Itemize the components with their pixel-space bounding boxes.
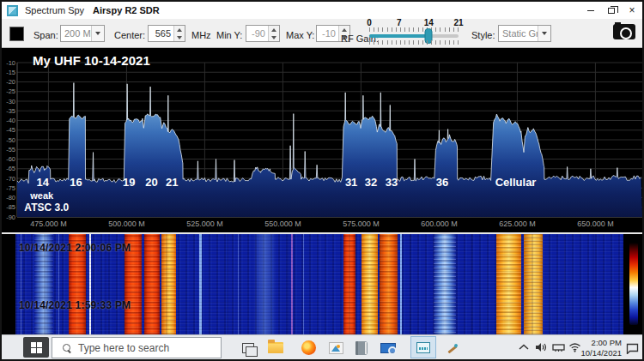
photos-icon [329, 342, 343, 354]
svg-text:19: 19 [123, 176, 135, 189]
mhz-label: MHz [191, 30, 211, 40]
file-explorer-icon [268, 342, 283, 353]
windows-logo-icon [31, 342, 42, 353]
svg-text:600.000 M: 600.000 M [421, 220, 458, 228]
style-label: Style: [471, 30, 495, 40]
spectrum-title: My UHF 10-14-2021 [33, 53, 150, 68]
clock-time: 2:00 PM [592, 338, 622, 348]
waterfall-band [253, 234, 276, 334]
wifi-icon [568, 342, 581, 352]
waterfall-timestamp: 10/14/2021 2:00:06 PM [19, 242, 131, 254]
task-view-icon [242, 343, 254, 353]
spinner-arrows[interactable] [173, 26, 185, 41]
svg-text:36: 36 [436, 176, 448, 189]
svg-text:500.000 M: 500.000 M [108, 220, 145, 228]
screen-magnifier-icon [380, 343, 396, 353]
window-titlebar: Spectrum Spy Airspy R2 SDR × [2, 2, 642, 19]
svg-text:-10: -10 [6, 59, 15, 67]
maximize-button[interactable] [601, 2, 622, 19]
notebook-button[interactable] [350, 337, 373, 358]
rf-gain-tick-label: 7 [397, 18, 402, 27]
svg-text:weak: weak [29, 190, 54, 201]
svg-text:-60: -60 [6, 155, 15, 163]
svg-text:-55: -55 [6, 146, 15, 153]
firefox-button[interactable] [297, 337, 319, 358]
slider-track[interactable] [369, 34, 459, 38]
waterfall-divider [2, 232, 642, 234]
svg-text:625.000 M: 625.000 M [499, 220, 536, 228]
rf-gain-tick-label: 14 [424, 18, 434, 27]
span-label: Span: [33, 30, 58, 40]
svg-text:-50: -50 [6, 136, 15, 144]
svg-text:-25: -25 [6, 87, 15, 95]
ethernet-button[interactable] [550, 339, 567, 356]
taskbar-clock[interactable]: 2:00 PM 10/14/2021 [582, 337, 622, 358]
tray-chevron-button[interactable] [515, 339, 532, 356]
waterfall-legend [623, 234, 642, 334]
rf-gain-slider[interactable]: 071421 [369, 20, 459, 47]
window-title-device: Airspy R2 SDR [93, 5, 160, 15]
svg-text:21: 21 [166, 176, 178, 189]
spectrum-spy-taskbar-button[interactable] [410, 336, 436, 358]
screen-magnifier-button[interactable] [377, 337, 399, 358]
span-value: 200 MH [61, 28, 91, 39]
desktop-screen: Spectrum Spy Airspy R2 SDR × Span: 200 M… [0, 0, 644, 361]
search-placeholder: Type here to search [78, 342, 169, 354]
volume-button[interactable] [532, 339, 550, 356]
max-y-label: Max Y: [286, 30, 314, 40]
restore-icon [608, 8, 615, 14]
minimize-button[interactable] [580, 2, 601, 19]
file-explorer-button[interactable] [264, 337, 287, 358]
window-title-app: Spectrum Spy [25, 5, 84, 15]
waterfall-band [361, 234, 378, 334]
svg-text:-90: -90 [6, 214, 15, 221]
taskbar: Type here to search [2, 334, 642, 359]
app-icon [7, 5, 18, 16]
rf-gain-tick-label: 0 [367, 18, 372, 27]
svg-text:-80: -80 [6, 194, 15, 202]
style-dropdown[interactable]: Static Gr [498, 25, 551, 42]
waterfall-display: 10/14/2021 2:00:06 PM10/14/2021 1:59:33 … [2, 232, 642, 334]
waterfall-band [434, 234, 456, 334]
svg-text:650.000 M: 650.000 M [577, 220, 614, 228]
action-center-button[interactable] [623, 340, 641, 357]
svg-text:32: 32 [365, 176, 377, 189]
chevron-up-icon [519, 344, 529, 351]
color-swatch-button[interactable] [9, 27, 24, 41]
close-button[interactable]: × [622, 2, 642, 19]
span-dropdown[interactable]: 200 MH [60, 25, 105, 42]
svg-text:475.000 M: 475.000 M [30, 220, 67, 228]
svg-text:550.000 M: 550.000 M [264, 220, 301, 228]
spinner-arrows[interactable] [268, 26, 279, 41]
search-icon [63, 344, 71, 352]
pen-tool-button[interactable] [441, 337, 464, 358]
photos-button[interactable] [325, 337, 347, 358]
color-scale-bar [629, 243, 638, 325]
min-y-value: -90 [246, 26, 268, 41]
waterfall-band [524, 234, 543, 334]
waterfall-band [291, 234, 293, 334]
firefox-icon [301, 340, 316, 355]
svg-text:575.000 M: 575.000 M [343, 220, 380, 228]
waterfall-band [380, 234, 398, 334]
waterfall-band [343, 234, 355, 334]
svg-text:16: 16 [70, 176, 82, 189]
svg-text:525.000 M: 525.000 M [186, 220, 223, 228]
svg-text:-70: -70 [6, 175, 15, 183]
notebook-icon [355, 341, 368, 355]
search-box[interactable]: Type here to search [52, 337, 222, 358]
svg-text:-85: -85 [6, 203, 15, 211]
waterfall-timestamp: 10/14/2021 1:59:33 PM [19, 299, 131, 311]
ethernet-icon [552, 342, 565, 352]
center-input[interactable]: 565 [148, 25, 185, 42]
start-button[interactable] [23, 337, 49, 358]
svg-text:-35: -35 [6, 107, 15, 115]
style-value: Static Gr [499, 28, 538, 39]
camera-snapshot-button[interactable] [613, 24, 635, 39]
task-view-button[interactable] [237, 337, 259, 358]
spectrum-plot: -10-15-20-25-30-35-40-45-50-55-60-65-70-… [2, 48, 642, 232]
chevron-down-icon [91, 26, 104, 41]
min-y-input[interactable]: -90 [246, 25, 280, 42]
waterfall-band [144, 234, 160, 334]
svg-text:20: 20 [145, 176, 157, 189]
